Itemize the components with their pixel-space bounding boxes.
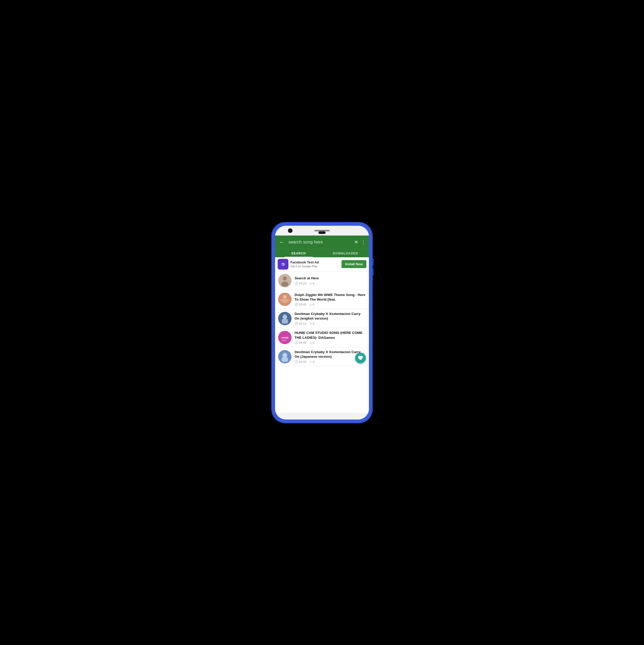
phone-screen: ← search song here ✕ ⋮ SEARCH DOWNLOADED: [275, 226, 369, 420]
volume-buttons: [372, 258, 373, 275]
favorite-fab-button[interactable]: [355, 353, 366, 363]
song-title: HUNIE CAM STUDIO SONG (HERE COME THE LAD…: [295, 331, 366, 340]
song-info: Dolph Ziggler 8th WWE Theme Song - Here …: [295, 293, 366, 306]
more-options-icon[interactable]: ⋮: [361, 239, 366, 245]
volume-up-button: [372, 258, 373, 266]
svg-rect-7: [282, 299, 287, 303]
song-thumbnail: [278, 293, 292, 306]
duration: 🕐 02:13: [295, 322, 306, 325]
list-item[interactable]: Dolph Ziggler 8th WWE Theme Song - Here …: [275, 290, 369, 309]
tab-bar: SEARCH DOWNLOADED: [275, 249, 369, 257]
song-meta: 🕐 04:49 ▷ 0: [295, 341, 366, 345]
song-meta: 🕐 03:23 ▷ 0: [295, 282, 366, 285]
fb-ad-icon: [280, 261, 286, 267]
plays: ▷ 0: [310, 322, 314, 325]
duration: 🕐 03:45: [295, 303, 306, 306]
heart-icon: [358, 355, 363, 361]
ad-text: Facebook Test Ad Get it on Google Play: [291, 260, 339, 268]
ad-title: Facebook Test Ad: [291, 260, 339, 265]
song3-art: [278, 312, 292, 325]
song-title: Search at Here: [295, 276, 366, 281]
song4-art: HUNIE CAM: [278, 331, 292, 344]
phone-top-bar: [275, 226, 369, 235]
svg-point-3: [283, 276, 287, 281]
song-title: Devilman Crybaby X Xxxtentacion Carry On…: [295, 311, 366, 321]
close-icon[interactable]: ✕: [354, 239, 358, 245]
song-info: Search at Here 🕐 03:23 ▷ 0: [295, 276, 366, 285]
list-item[interactable]: HUNIE CAM HUNIE CAM STUDIO SONG (HERE CO…: [275, 328, 369, 347]
svg-rect-9: [287, 299, 290, 301]
front-sensor: [318, 231, 326, 234]
camera-dot: [288, 228, 293, 233]
app-screen: ← search song here ✕ ⋮ SEARCH DOWNLOADED: [275, 235, 369, 413]
duration: 🕐 03:23: [295, 282, 306, 285]
volume-down-button: [372, 268, 373, 275]
tab-search[interactable]: SEARCH: [275, 249, 322, 257]
clock-icon: 🕐: [295, 341, 298, 345]
ad-subtitle: Get it on Google Play: [291, 265, 339, 268]
song-thumbnail: [278, 350, 292, 363]
svg-point-4: [281, 282, 288, 287]
clock-icon: 🕐: [295, 282, 298, 285]
song5-art: [278, 350, 292, 363]
clock-icon: 🕐: [295, 322, 298, 325]
song1-art: [278, 274, 292, 287]
app-bar-icons: ✕ ⋮: [354, 239, 366, 245]
song-info: Devilman Crybaby X Xxxtentacion Carry On…: [295, 311, 366, 325]
song-thumbnail: HUNIE CAM: [278, 331, 292, 344]
play-icon: ▷: [310, 360, 312, 363]
svg-text:CAM: CAM: [282, 339, 286, 342]
list-item[interactable]: Search at Here 🕐 03:23 ▷ 0: [275, 271, 369, 290]
ad-banner[interactable]: Facebook Test Ad Get it on Google Play I…: [275, 257, 369, 271]
song-meta: 🕐 02:03 ▷ 0: [295, 360, 366, 363]
play-icon: ▷: [310, 303, 312, 306]
search-field[interactable]: search song here: [288, 240, 352, 245]
plays: ▷ 0: [310, 282, 314, 285]
play-icon: ▷: [310, 282, 312, 285]
clock-icon: 🕐: [295, 303, 298, 306]
song-meta: 🕐 02:13 ▷ 0: [295, 322, 366, 325]
clock-icon: 🕐: [295, 360, 298, 363]
plays: ▷ 0: [310, 341, 314, 345]
svg-rect-18: [282, 357, 288, 362]
play-icon: ▷: [310, 341, 312, 345]
ad-icon: [278, 259, 288, 269]
svg-rect-8: [280, 299, 283, 301]
speaker-grill: [314, 230, 330, 231]
play-icon: ▷: [310, 322, 312, 325]
phone-bottom-bar: [275, 413, 369, 420]
song-meta: 🕐 03:45 ▷ 0: [295, 303, 366, 306]
song-title: Dolph Ziggler 8th WWE Theme Song - Here …: [295, 293, 366, 302]
svg-point-1: [282, 263, 284, 265]
list-item[interactable]: Devilman Crybaby X Xxxtentacion Carry On…: [275, 309, 369, 328]
back-button[interactable]: ←: [278, 238, 286, 246]
svg-point-6: [283, 295, 287, 298]
song-list: Search at Here 🕐 03:23 ▷ 0: [275, 271, 369, 413]
song2-art: [278, 293, 292, 306]
svg-rect-12: [282, 319, 288, 324]
list-item[interactable]: Devilman Crybaby X Xxxtentacion Carry On…: [275, 347, 369, 366]
app-bar: ← search song here ✕ ⋮: [275, 235, 369, 249]
duration: 🕐 02:03: [295, 360, 306, 363]
song-thumbnail: [278, 312, 292, 325]
phone-device: ← search song here ✕ ⋮ SEARCH DOWNLOADED: [272, 223, 372, 423]
plays: ▷ 0: [310, 360, 314, 363]
tab-downloaded[interactable]: DOWNLOADED: [322, 249, 369, 257]
duration: 🕐 04:49: [295, 341, 306, 345]
song-thumbnail: [278, 274, 292, 287]
plays: ▷ 0: [310, 303, 314, 306]
song-info: HUNIE CAM STUDIO SONG (HERE COME THE LAD…: [295, 331, 366, 344]
install-now-button[interactable]: Install Now: [341, 260, 366, 268]
svg-text:HUNIE: HUNIE: [282, 337, 289, 339]
